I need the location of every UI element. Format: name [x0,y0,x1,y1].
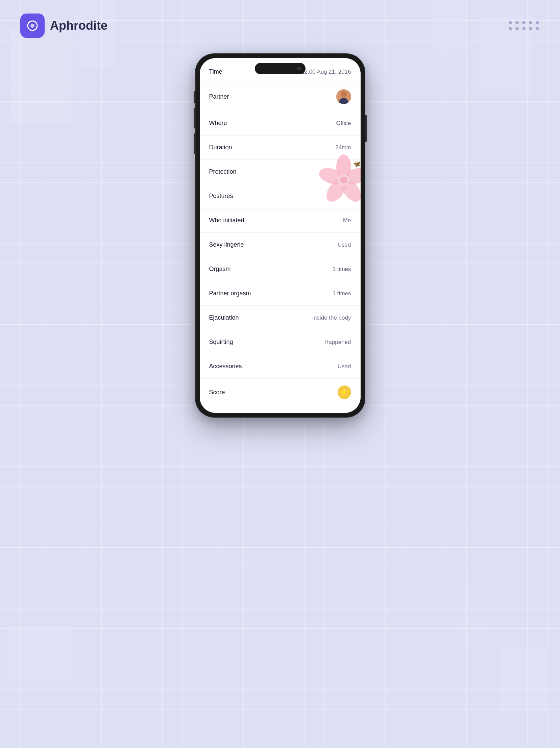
partner-orgasm-row[interactable]: Partner orgasm 1 times [200,281,360,306]
menu-dots[interactable] [509,21,540,30]
partner-avatar [336,89,351,104]
who-initiated-label: Who initiated [209,217,244,224]
app-logo: Aphrodite [20,14,108,38]
who-initiated-row[interactable]: Who initiated Me [200,208,360,233]
avatar-figure [339,91,348,104]
dot [536,27,539,30]
sexy-lingerie-label: Sexy lingerie [209,241,244,248]
dot [509,21,512,24]
dot [529,27,532,30]
dot [522,27,526,30]
svg-point-8 [340,177,347,184]
dynamic-island [255,63,305,74]
app-name: Aphrodite [50,19,108,33]
accessories-row[interactable]: Accessories Used [200,354,360,379]
orgasm-row[interactable]: Orgasm 1 times [200,257,360,281]
ejaculation-row[interactable]: Ejaculation inside the body [200,306,360,330]
accessories-label: Accessories [209,363,242,370]
time-label: Time [209,68,223,75]
score-label: Score [209,389,225,396]
where-label: Where [209,120,227,127]
orgasm-label: Orgasm [209,265,231,273]
dot [536,21,539,24]
score-emoji: ⭐ [340,388,348,396]
partner-row[interactable]: Partner [200,83,360,111]
duration-label: Duration [209,144,232,151]
squirting-row[interactable]: Squirting Happened [200,330,360,354]
logo-icon [20,14,45,38]
avatar-head [341,91,347,97]
sexy-lingerie-row[interactable]: Sexy lingerie Used [200,233,360,257]
duration-row[interactable]: Duration 24min [200,136,360,160]
who-initiated-value: Me [343,217,351,224]
avatar-body [339,98,348,104]
duration-value: 24min [335,144,351,151]
dot [509,27,512,30]
ejaculation-value: inside the body [312,314,351,321]
partner-orgasm-label: Partner orgasm [209,290,251,297]
top-bar: Aphrodite [20,14,540,38]
score-icon: ⭐ [337,385,351,399]
where-value: Office [336,120,351,127]
squirting-value: Happened [324,339,351,346]
phone-wrapper: Time 12:00 Aug 21, 2016 Partner Whe [196,54,365,417]
where-row[interactable]: Where Office [200,111,360,136]
accessories-value: Used [337,363,351,370]
partner-orgasm-value: 1 times [332,290,351,297]
svg-point-1 [30,24,34,28]
volume-down-button [194,134,196,154]
orgasm-value: 1 times [332,266,351,273]
svg-text:🦋: 🦋 [353,160,360,168]
dot [515,21,519,24]
protection-row[interactable]: Protection [200,160,360,184]
front-camera [297,67,301,70]
time-value: 12:00 Aug 21, 2016 [301,69,351,75]
dot [529,21,532,24]
phone-screen: Time 12:00 Aug 21, 2016 Partner Whe [200,58,360,413]
mute-button [194,91,196,103]
protection-label: Protection [209,168,237,176]
postures-label: Postures [209,192,233,200]
dot [522,21,526,24]
volume-up-button [194,108,196,128]
power-button [365,115,367,142]
sexy-lingerie-value: Used [337,241,351,248]
ejaculation-label: Ejaculation [209,314,239,321]
score-row[interactable]: Score ⭐ [200,379,360,406]
dot [515,27,519,30]
partner-label: Partner [209,93,229,100]
squirting-label: Squirting [209,338,233,346]
screen-content: Time 12:00 Aug 21, 2016 Partner Whe [200,58,360,406]
phone-frame: Time 12:00 Aug 21, 2016 Partner Whe [196,54,365,417]
postures-row[interactable]: Postures [200,184,360,208]
